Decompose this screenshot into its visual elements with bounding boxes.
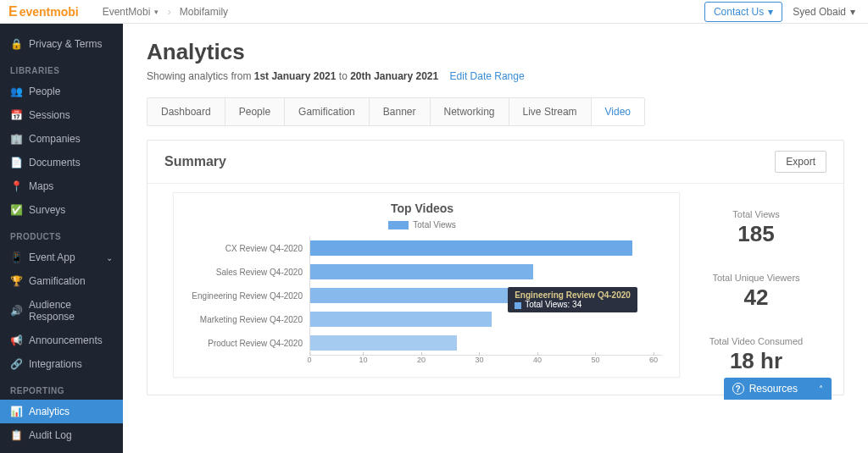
chart-bars: CX Review Q4-2020Sales Review Q4-2020Eng… [182, 236, 662, 355]
bar-row: Product Review Q4-2020 [182, 331, 662, 355]
date-range-line: Showing analytics from 1st January 2021 … [147, 70, 844, 82]
gamification-icon: 🏆 [10, 275, 22, 287]
breadcrumb: EventMobi▾›Mobifamily [94, 5, 236, 18]
sidebar-section-header: ADMINISTRATION [0, 447, 123, 453]
sidebar-item-people[interactable]: 👥People [0, 80, 123, 103]
sidebar-section-header: LIBRARIES [0, 56, 123, 80]
contact-us-button[interactable]: Contact Us ▾ [704, 2, 782, 22]
top-videos-chart: Top Videos Total Views CX Review Q4-2020… [173, 192, 680, 378]
stat-block: Total Unique Viewers42 [712, 273, 799, 311]
integrations-icon: 🔗 [10, 358, 22, 370]
brand-logo[interactable]: E eventmobi [8, 4, 79, 19]
help-icon: ? [732, 383, 744, 395]
documents-icon: 📄 [10, 157, 22, 168]
bar-fill[interactable] [310, 240, 632, 256]
resources-button[interactable]: ? Resources ˄ [724, 378, 832, 400]
brand-text: eventmobi [19, 5, 79, 19]
breadcrumb-item[interactable]: EventMobi▾ [94, 6, 168, 18]
user-menu[interactable]: Syed Obaid ▾ [793, 6, 860, 18]
tab-dashboard[interactable]: Dashboard [147, 98, 225, 125]
announcements-icon: 📢 [10, 334, 22, 346]
sidebar-item-label: Sessions [29, 109, 70, 121]
tab-banner[interactable]: Banner [370, 98, 431, 125]
tab-video[interactable]: Video [592, 98, 644, 125]
tabs: DashboardPeopleGamificationBannerNetwork… [147, 97, 645, 126]
bar-label: Marketing Review Q4-2020 [182, 315, 309, 324]
tab-live-stream[interactable]: Live Stream [509, 98, 592, 125]
audience-response-icon: 🔊 [10, 305, 22, 317]
sidebar-item-label: Audit Log [29, 429, 72, 441]
chart-legend[interactable]: Total Views [182, 220, 662, 229]
axis-tick: 20 [417, 356, 426, 368]
tab-gamification[interactable]: Gamification [285, 98, 370, 125]
sidebar-item-label: Audience Response [29, 299, 113, 323]
stat-label: Total Video Consumed [709, 336, 803, 346]
sidebar-section-header: REPORTING [0, 376, 123, 400]
bar-label: Sales Review Q4-2020 [182, 268, 309, 277]
stat-value: 185 [732, 221, 779, 247]
tab-networking[interactable]: Networking [431, 98, 509, 125]
chart-title: Top Videos [182, 202, 662, 215]
sidebar-item-label: Gamification [29, 275, 86, 287]
export-button[interactable]: Export [775, 151, 826, 173]
sidebar-item-label: Event App [29, 251, 75, 263]
panel-header: Summary Export [147, 141, 843, 184]
stat-value: 18 hr [709, 348, 803, 374]
main-content: Analytics Showing analytics from 1st Jan… [123, 24, 868, 453]
sidebar-item-analytics[interactable]: 📊Analytics [0, 400, 123, 423]
sidebar-item-maps[interactable]: 📍Maps [0, 174, 123, 198]
caret-down-icon: ▾ [768, 6, 773, 18]
sidebar-item-gamification[interactable]: 🏆Gamification [0, 269, 123, 293]
bar-row: Engineering Review Q4-2020 [182, 284, 662, 307]
contact-us-label: Contact Us [714, 6, 764, 18]
bar-fill[interactable] [310, 264, 533, 279]
bar-fill[interactable] [310, 335, 457, 351]
bar-fill[interactable] [310, 288, 509, 303]
bar-row: Sales Review Q4-2020 [182, 260, 662, 284]
stat-label: Total Unique Viewers [712, 273, 799, 283]
sidebar-item-integrations[interactable]: 🔗Integrations [0, 352, 123, 376]
sidebar-item-label: Companies [29, 133, 81, 145]
axis-tick: 10 [359, 356, 367, 368]
bar-row: Marketing Review Q4-2020 [182, 307, 662, 331]
sidebar-item-announcements[interactable]: 📢Announcements [0, 329, 123, 352]
sidebar-item-event-app[interactable]: 📱Event App⌄ [0, 246, 123, 269]
edit-date-range-link[interactable]: Edit Date Range [450, 70, 525, 82]
sidebar-item-surveys[interactable]: ✅Surveys [0, 198, 123, 222]
bar-fill[interactable] [310, 312, 492, 327]
companies-icon: 🏢 [10, 133, 22, 145]
user-name: Syed Obaid [793, 6, 846, 18]
stat-block: Total Views185 [732, 209, 779, 247]
sidebar-item-label: People [29, 86, 60, 97]
page-title: Analytics [147, 39, 844, 65]
maps-icon: 📍 [10, 180, 22, 192]
stat-label: Total Views [732, 209, 779, 219]
sidebar-item-audience-response[interactable]: 🔊Audience Response [0, 293, 123, 329]
chevron-down-icon: ⌄ [106, 253, 113, 262]
sidebar-item-sessions[interactable]: 📅Sessions [0, 103, 123, 127]
sidebar-item-documents[interactable]: 📄Documents [0, 151, 123, 174]
sidebar-item-label: Analytics [29, 406, 70, 417]
stat-value: 42 [712, 285, 799, 311]
sidebar-item-label: Documents [29, 157, 81, 168]
sidebar-item-privacy[interactable]: 🔒Privacy & Terms [0, 32, 123, 56]
stat-block: Total Video Consumed18 hr [709, 336, 803, 374]
tab-people[interactable]: People [225, 98, 285, 125]
axis-tick: 60 [649, 356, 658, 368]
sidebar-item-label: Announcements [29, 334, 103, 346]
bar-label: CX Review Q4-2020 [182, 244, 309, 253]
bar-row: CX Review Q4-2020 [182, 236, 662, 260]
breadcrumb-item[interactable]: Mobifamily [171, 6, 236, 18]
stats-column: Total Views185Total Unique Viewers42Tota… [688, 192, 824, 378]
axis-tick: 40 [533, 356, 542, 368]
topbar: E eventmobi EventMobi▾›Mobifamily Contac… [0, 0, 868, 24]
sidebar: 🔒Privacy & TermsLIBRARIES👥People📅Session… [0, 24, 123, 453]
brand-icon: E [8, 4, 18, 19]
axis-tick: 30 [475, 356, 483, 368]
caret-down-icon: ▾ [850, 6, 855, 18]
sidebar-item-label: Integrations [29, 358, 82, 370]
surveys-icon: ✅ [10, 204, 22, 216]
sidebar-item-companies[interactable]: 🏢Companies [0, 127, 123, 151]
event-app-icon: 📱 [10, 251, 22, 263]
sidebar-item-audit-log[interactable]: 📋Audit Log [0, 423, 123, 447]
